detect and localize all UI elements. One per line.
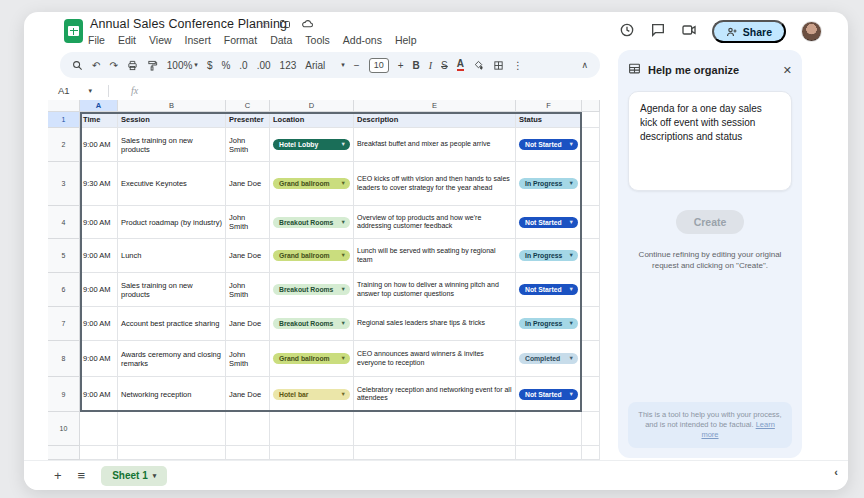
chip-dropdown-icon[interactable]: ▼	[569, 318, 574, 329]
sheet-tab-menu-icon[interactable]: ▾	[153, 472, 157, 480]
cell-status-3-chip[interactable]: In Progress▼	[519, 178, 578, 189]
borders-icon[interactable]	[493, 60, 504, 71]
cell-status-2[interactable]: Not Started▼	[516, 128, 582, 162]
increase-font-size-button[interactable]: +	[398, 60, 404, 71]
empty-cell[interactable]	[354, 412, 516, 446]
cell-status-5[interactable]: In Progress▼	[516, 239, 582, 273]
cell-time-6[interactable]: 9:00 AM	[80, 273, 118, 307]
hide-sidepanel-icon[interactable]: ‹	[834, 466, 838, 478]
empty-cell[interactable]	[354, 446, 516, 460]
header-cell-status[interactable]: Status	[516, 112, 582, 128]
chip-dropdown-icon[interactable]: ▼	[569, 353, 574, 364]
cell-session-6[interactable]: Sales training on new products	[118, 273, 226, 307]
version-history-icon[interactable]	[619, 22, 635, 42]
cell-time-2[interactable]: 9:00 AM	[80, 128, 118, 162]
cell-status-8-chip[interactable]: Completed▼	[519, 353, 578, 364]
chip-dropdown-icon[interactable]: ▼	[569, 389, 574, 400]
font-size-input[interactable]: 10	[369, 58, 389, 73]
chip-dropdown-icon[interactable]: ▼	[569, 139, 574, 150]
cell-status-5-chip[interactable]: In Progress▼	[519, 250, 578, 261]
cell-location-2-chip[interactable]: Hotel Lobby▼	[273, 139, 350, 150]
menu-edit[interactable]: Edit	[118, 34, 136, 46]
decrease-decimals-button[interactable]: .0	[239, 60, 247, 71]
chip-dropdown-icon[interactable]: ▼	[341, 250, 346, 261]
decrease-font-size-button[interactable]: −	[354, 60, 360, 71]
cell-location-9[interactable]: Hotel bar▼	[270, 377, 354, 412]
empty-cell[interactable]	[516, 446, 582, 460]
chip-dropdown-icon[interactable]: ▼	[569, 284, 574, 295]
row-header-7[interactable]: 7	[48, 307, 80, 341]
cell-session-8[interactable]: Awards ceremony and closing remarks	[118, 341, 226, 377]
header-cell-description[interactable]: Description	[354, 112, 516, 128]
row-header-8[interactable]: 8	[48, 341, 80, 377]
empty-cell[interactable]	[582, 446, 600, 460]
cell-status-8[interactable]: Completed▼	[516, 341, 582, 377]
chip-dropdown-icon[interactable]: ▼	[569, 250, 574, 261]
cell-location-3[interactable]: Grand ballroom▼	[270, 162, 354, 206]
cell-description-4[interactable]: Overview of top products and how we're a…	[354, 206, 516, 239]
menu-format[interactable]: Format	[224, 34, 257, 46]
cell-description-2[interactable]: Breakfast buffet and mixer as people arr…	[354, 128, 516, 162]
chip-dropdown-icon[interactable]: ▼	[341, 353, 346, 364]
text-color-button[interactable]: A	[457, 59, 464, 71]
chip-dropdown-icon[interactable]: ▼	[341, 318, 346, 329]
cell-presenter-5[interactable]: Jane Doe	[226, 239, 270, 273]
close-panel-icon[interactable]: ✕	[783, 64, 792, 77]
menu-addons[interactable]: Add-ons	[343, 34, 382, 46]
cell-status-9-chip[interactable]: Not Started▼	[519, 389, 578, 400]
column-header-A[interactable]: A	[80, 100, 118, 112]
row-header-2[interactable]: 2	[48, 128, 80, 162]
font-family-select[interactable]: Arial▾	[305, 60, 345, 71]
italic-button[interactable]: I	[429, 60, 432, 71]
column-header-B[interactable]: B	[118, 100, 226, 112]
column-header-E[interactable]: E	[354, 100, 516, 112]
row-header-11[interactable]	[48, 446, 80, 460]
sheet-tab[interactable]: Sheet 1 ▾	[101, 466, 167, 486]
cell-time-3[interactable]: 9:30 AM	[80, 162, 118, 206]
empty-cell[interactable]	[582, 412, 600, 446]
chip-dropdown-icon[interactable]: ▼	[569, 217, 574, 228]
row-header-10[interactable]: 10	[48, 412, 80, 446]
cell-presenter-3[interactable]: Jane Doe	[226, 162, 270, 206]
cell-status-3[interactable]: In Progress▼	[516, 162, 582, 206]
menu-view[interactable]: View	[149, 34, 172, 46]
cell-session-9[interactable]: Networking reception	[118, 377, 226, 412]
more-toolbar-options-icon[interactable]: ⋮	[513, 60, 523, 71]
account-avatar[interactable]	[801, 21, 822, 42]
cell-location-8[interactable]: Grand ballroom▼	[270, 341, 354, 377]
zoom-select[interactable]: 100%▾	[167, 60, 198, 71]
create-button[interactable]: Create	[676, 210, 745, 234]
empty-cell[interactable]	[270, 446, 354, 460]
paint-format-icon[interactable]	[147, 60, 158, 71]
cell-status-6-chip[interactable]: Not Started▼	[519, 284, 578, 295]
cell-description-6[interactable]: Training on how to deliver a winning pit…	[354, 273, 516, 307]
header-cell-session[interactable]: Session	[118, 112, 226, 128]
menu-help[interactable]: Help	[395, 34, 417, 46]
empty-cell[interactable]	[516, 412, 582, 446]
row-header-4[interactable]: 4	[48, 206, 80, 239]
cell-location-4[interactable]: Breakout Rooms▼	[270, 206, 354, 239]
empty-cell[interactable]	[270, 412, 354, 446]
cell-status-4[interactable]: Not Started▼	[516, 206, 582, 239]
cell-presenter-8[interactable]: John Smith	[226, 341, 270, 377]
cell-location-6[interactable]: Breakout Rooms▼	[270, 273, 354, 307]
google-sheets-logo-icon[interactable]	[64, 19, 83, 43]
meet-video-icon[interactable]	[681, 22, 697, 42]
add-sheet-icon[interactable]: +	[54, 468, 62, 483]
row-header-5[interactable]: 5	[48, 239, 80, 273]
row-header-3[interactable]: 3	[48, 162, 80, 206]
chip-dropdown-icon[interactable]: ▼	[341, 284, 346, 295]
cell-presenter-7[interactable]: Jane Doe	[226, 307, 270, 341]
column-header-F[interactable]: F	[516, 100, 582, 112]
format-percent-button[interactable]: %	[221, 60, 230, 71]
cell-status-6[interactable]: Not Started▼	[516, 273, 582, 307]
chip-dropdown-icon[interactable]: ▼	[341, 139, 346, 150]
empty-cell[interactable]	[226, 446, 270, 460]
strikethrough-button[interactable]: S	[441, 60, 448, 71]
fill-color-icon[interactable]	[473, 60, 484, 71]
cell-location-8-chip[interactable]: Grand ballroom▼	[273, 353, 350, 364]
all-sheets-menu-icon[interactable]: ≡	[78, 468, 86, 483]
row-header-9[interactable]: 9	[48, 377, 80, 412]
cell-presenter-2[interactable]: John Smith	[226, 128, 270, 162]
empty-cell[interactable]	[80, 412, 118, 446]
